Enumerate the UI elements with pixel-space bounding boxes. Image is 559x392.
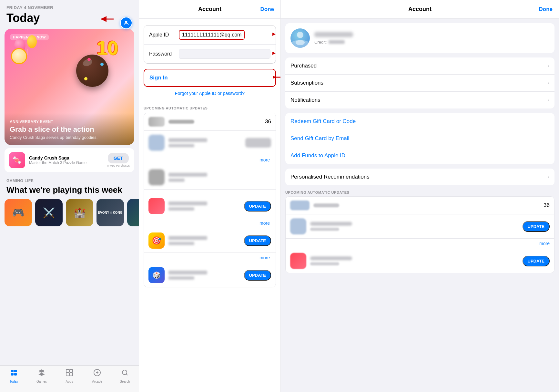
today-icon [10, 369, 18, 378]
menu-item-subscriptions-label: Subscriptions [290, 80, 547, 86]
tab-apps[interactable]: Apps [56, 369, 83, 383]
action-add-funds[interactable]: Add Funds to Apple ID [285, 147, 554, 164]
apple-id-label: Apple ID [149, 32, 175, 38]
right-update-row-1: UPDATE [286, 214, 554, 239]
get-button[interactable]: GET [108, 153, 129, 163]
search-icon [121, 369, 129, 378]
sign-in-form: Apple ID 1111111111111@qq.com Password [144, 25, 276, 64]
svg-rect-5 [66, 369, 69, 372]
action-redeem[interactable]: Redeem Gift Card or Code [285, 113, 554, 130]
tab-games[interactable]: Games [28, 369, 56, 383]
sign-in-button[interactable]: Sign In [144, 69, 275, 86]
more-label-1[interactable]: more [259, 157, 271, 162]
svg-rect-2 [14, 370, 17, 372]
app-tagline: Master the Match 3 Puzzle Game [29, 160, 103, 165]
update-button-5[interactable]: UPDATE [244, 270, 271, 281]
update-info-5 [168, 271, 240, 280]
r-more-1: more [286, 239, 554, 249]
app-name: Candy Crush Saga [29, 155, 103, 160]
right-done-button[interactable]: Done [539, 6, 553, 13]
game-thumb-5[interactable] [127, 199, 139, 226]
r-desc-1 [310, 228, 339, 231]
more-label-4[interactable]: more [259, 255, 271, 260]
game-thumb-1[interactable]: 🎮 [5, 199, 32, 226]
action-send-gift[interactable]: Send Gift Card by Email [285, 130, 554, 147]
update-row-1 [144, 131, 276, 155]
hero-card[interactable]: HAPPENING NOW 10 [5, 29, 134, 145]
game-thumb-2[interactable]: ⚔️ [35, 199, 63, 226]
today-title: Today [0, 11, 139, 29]
app-icon: 🍬 [9, 152, 25, 168]
account-icon-button[interactable] [120, 17, 132, 29]
sign-in-button-wrap: Sign In [144, 69, 276, 87]
menu-item-notifications[interactable]: Notifications › [285, 92, 554, 108]
more-label-3[interactable]: more [259, 221, 271, 226]
tab-bar: Today Games Apps [0, 365, 139, 392]
arrow-indicator [94, 14, 117, 26]
menu-item-purchased-label: Purchased [290, 63, 547, 69]
sign-in-section: Sign In [144, 69, 276, 87]
right-updates-list: 36 UPDATE more UPDATE [285, 196, 554, 273]
apple-id-value[interactable]: 1111111111111@qq.com [179, 30, 245, 40]
tab-today-label: Today [10, 380, 18, 383]
tab-apps-label: Apps [66, 380, 73, 383]
svg-rect-3 [11, 373, 14, 376]
menu-item-purchased[interactable]: Purchased › [285, 57, 554, 75]
left-panel: FRIDAY 4 NOVEMBER Today HAPPENING NOW [0, 0, 139, 392]
apps-icon [66, 369, 73, 378]
tab-search[interactable]: Search [111, 369, 139, 383]
tab-search-label: Search [120, 380, 130, 383]
update-info-1 [168, 138, 241, 147]
credit-value-blur [329, 40, 345, 44]
apple-id-row: Apple ID 1111111111111@qq.com [144, 26, 276, 44]
r-info-1 [310, 222, 519, 231]
personalised-item[interactable]: Personalised Recommendations › [285, 169, 554, 185]
game-thumb-4[interactable]: EVONY × KONG [97, 199, 124, 226]
update-button-3[interactable]: UPDATE [244, 201, 271, 211]
gaming-section-label: GAMING LIFE [0, 172, 139, 185]
updates-list: 36 more [144, 113, 276, 287]
right-update-count-row: 36 [286, 197, 554, 214]
right-update-row-2: UPDATE [286, 249, 554, 273]
r-more-label-1[interactable]: more [539, 241, 550, 246]
svg-rect-1 [11, 370, 14, 372]
r-update-button-2[interactable]: UPDATE [523, 256, 550, 266]
update-info-2 [168, 173, 271, 182]
update-info-3 [168, 201, 240, 211]
avatar [290, 28, 310, 48]
update-row-3: UPDATE [144, 194, 276, 218]
r-icon-2 [290, 253, 306, 269]
right-panel-header: Account Done [281, 0, 559, 19]
credit-label: Credit: [314, 40, 327, 45]
svg-rect-7 [66, 373, 69, 376]
forgot-password-link[interactable]: Forgot your Apple ID or password? [139, 87, 280, 100]
games-icon [38, 369, 46, 378]
middle-done-button[interactable]: Done [260, 6, 274, 13]
more-link-4: more [144, 253, 276, 263]
right-panel: Account Done Credit: Purchased › Subscri… [281, 0, 559, 392]
update-info-4 [168, 236, 240, 245]
svg-rect-8 [70, 373, 73, 376]
date-header: FRIDAY 4 NOVEMBER [0, 0, 139, 11]
chevron-notifications: › [547, 97, 549, 103]
game-thumb-3[interactable]: 🏰 [66, 199, 93, 226]
gaming-title: What we're playing this week [0, 185, 139, 199]
tab-arcade[interactable]: Arcade [83, 369, 111, 383]
arcade-icon [93, 369, 101, 378]
r-update-button-1[interactable]: UPDATE [523, 221, 550, 232]
user-info: Credit: [314, 32, 549, 45]
password-row: Password [144, 44, 276, 63]
r-desc-2 [310, 262, 339, 265]
hero-subtitle: ANNIVERSARY EVENT [10, 119, 129, 124]
app-row[interactable]: 🍬 Candy Crush Saga Master the Match 3 Pu… [5, 148, 134, 172]
updates-section-label: UPCOMING AUTOMATIC UPDATES [139, 100, 280, 113]
menu-section: Purchased › Subscriptions › Notification… [285, 57, 554, 108]
hero-desc: Candy Crush Saga serves up birthday good… [10, 135, 129, 140]
update-row-2 [144, 165, 276, 190]
user-profile-card[interactable]: Credit: [285, 23, 554, 53]
tab-today[interactable]: Today [0, 369, 28, 383]
update-button-4[interactable]: UPDATE [244, 235, 271, 246]
r-name-1 [310, 222, 352, 226]
menu-item-subscriptions[interactable]: Subscriptions › [285, 75, 554, 92]
chevron-personalised: › [547, 174, 549, 180]
